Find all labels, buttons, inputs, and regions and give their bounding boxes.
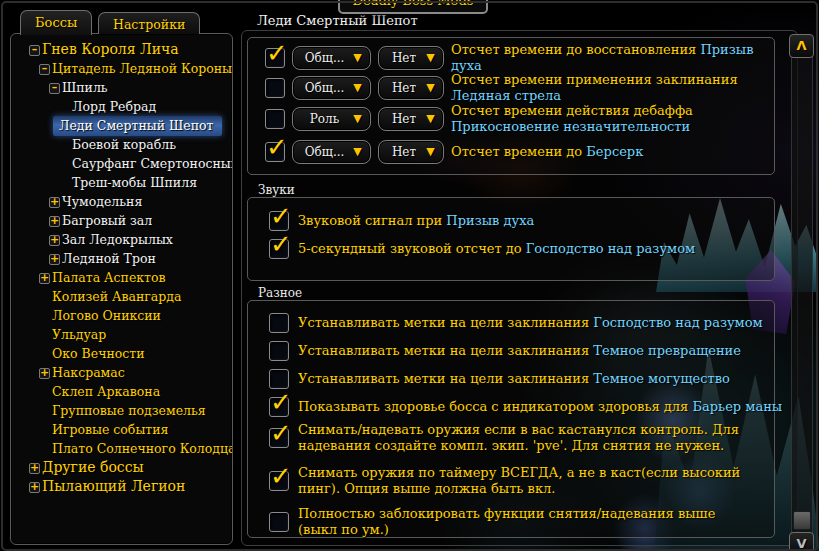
option-text: Отсчет времени до восстановления [451, 42, 700, 57]
tree-item[interactable]: Игровые события [11, 420, 232, 439]
tree-item[interactable]: +Другие боссы [11, 458, 232, 477]
tree-item[interactable]: –Гнев Короля Лича [11, 40, 232, 59]
option-checkbox[interactable]: ✓ [269, 341, 289, 361]
tree-item[interactable]: +Палата Аспектов [11, 268, 232, 287]
dropdown-value: Нет [385, 51, 423, 65]
timer-checkbox[interactable]: ✓ [265, 109, 285, 129]
timer-checkbox[interactable]: ✓ [265, 78, 285, 98]
tree-item[interactable]: +Багровый зал [11, 211, 232, 230]
tab-bosses[interactable]: Боссы [20, 10, 92, 35]
chevron-down-icon[interactable]: ▼ [423, 112, 438, 125]
chevron-down-icon: V [796, 536, 806, 551]
selected-boss-title: Леди Смертный Шепот [257, 13, 418, 28]
tree-item[interactable]: +Чумодельня [11, 192, 232, 211]
scroll-up-button[interactable]: Λ [789, 34, 814, 58]
announce-channel-dropdown[interactable]: Роль ▼ [292, 107, 371, 131]
tree-item-label: Палата Аспектов [52, 268, 166, 287]
tree-item[interactable]: +Ледяной Трон [11, 249, 232, 268]
option-description: Отсчет времени до Берсерк [451, 144, 643, 160]
tree-item[interactable]: Колизей Авангарда [11, 287, 232, 306]
spell-link: Ледяная стрела [451, 88, 561, 103]
expand-icon[interactable]: + [39, 273, 50, 284]
tree-item[interactable]: –Цитадель Ледяной Короны [11, 59, 232, 78]
option-text: Устанавливать метки на цели заклинания [298, 315, 593, 330]
spell-link: Господство над разумом [526, 241, 695, 256]
expand-icon[interactable]: + [49, 235, 60, 246]
option-description: Показывать здоровье босса с индикатором … [298, 399, 768, 415]
chevron-down-icon[interactable]: ▼ [350, 51, 365, 64]
expand-icon[interactable]: + [39, 368, 50, 379]
tree-item[interactable]: Треш-мобы Шпиля [11, 173, 232, 192]
tree-item[interactable]: Групповые подземелья [11, 401, 232, 420]
chevron-down-icon[interactable]: ▼ [350, 81, 365, 94]
tree-item[interactable]: Боевой корабль [11, 135, 232, 154]
sound-dropdown[interactable]: Нет ▼ [378, 46, 444, 70]
tab-settings[interactable]: Настройки [98, 12, 200, 34]
tree-item-label: Леди Смертный Шепот [53, 116, 222, 136]
announce-channel-dropdown[interactable]: Общ... ▼ [292, 46, 371, 70]
tree-item[interactable]: Плато Солнечного Колодца [11, 439, 232, 458]
tree-item[interactable]: –Шпиль [11, 78, 232, 97]
tree-item[interactable]: Логово Ониксии [11, 306, 232, 325]
spell-link: Темное могущество [593, 371, 730, 386]
dropdown-value: Роль [299, 112, 350, 126]
option-checkbox[interactable]: ✓ [269, 471, 289, 491]
tree-item-label: Око Вечности [52, 344, 145, 363]
sound-dropdown[interactable]: Нет ▼ [378, 76, 444, 100]
collapse-icon[interactable]: – [49, 83, 60, 94]
option-checkbox[interactable]: ✓ [269, 369, 289, 389]
window-title: Deadly Boss Mods [338, 0, 488, 14]
scrollbar-track[interactable] [791, 36, 813, 551]
tree-item[interactable]: Лорд Ребрад [11, 97, 232, 116]
timer-checkbox[interactable]: ✓ [265, 48, 285, 68]
dropdown-value: Нет [385, 112, 423, 126]
scroll-down-button[interactable]: V [789, 532, 814, 551]
tree-item-label: Групповые подземелья [52, 401, 206, 420]
tree-item-label: Гнев Короля Лича [42, 40, 179, 59]
option-checkbox[interactable]: ✓ [269, 239, 289, 259]
collapse-icon[interactable]: – [39, 64, 50, 75]
scrollbar-thumb[interactable] [793, 511, 811, 530]
chevron-down-icon[interactable]: ▼ [350, 112, 365, 125]
tree-item-label: Зал Ледокрылых [62, 230, 173, 249]
tree-item[interactable]: Око Вечности [11, 344, 232, 363]
option-text: Показывать здоровье босса с индикатором … [298, 399, 692, 414]
sound-dropdown[interactable]: Нет ▼ [378, 140, 444, 164]
spell-link: Прикосновение незначительности [451, 119, 690, 134]
tree-item[interactable]: +Наксрамас [11, 363, 232, 382]
announce-channel-dropdown[interactable]: Общ... ▼ [292, 140, 371, 164]
chevron-down-icon[interactable]: ▼ [423, 145, 438, 158]
chevron-down-icon[interactable]: ▼ [350, 145, 365, 158]
tree-item[interactable]: +Пылающий Легион [11, 477, 232, 496]
expand-icon[interactable]: + [49, 197, 60, 208]
timer-checkbox[interactable]: ✓ [265, 142, 285, 162]
chevron-down-icon[interactable]: ▼ [423, 51, 438, 64]
dropdown-value: Нет [385, 145, 423, 159]
collapse-icon[interactable]: – [29, 45, 40, 56]
spell-link: Барьер маны [692, 399, 782, 414]
tree-item[interactable]: Леди Смертный Шепот [11, 116, 232, 135]
option-checkbox[interactable]: ✓ [269, 428, 289, 448]
sound-dropdown[interactable]: Нет ▼ [378, 107, 444, 131]
announce-channel-dropdown[interactable]: Общ... ▼ [292, 76, 371, 100]
expand-icon[interactable]: + [29, 463, 40, 474]
expand-icon[interactable]: + [29, 482, 40, 493]
chevron-down-icon[interactable]: ▼ [423, 81, 438, 94]
tree-item[interactable]: Склеп Аркавона [11, 382, 232, 401]
tree-item[interactable]: Ульдуар [11, 325, 232, 344]
expand-icon[interactable]: + [49, 216, 60, 227]
option-checkbox[interactable]: ✓ [269, 397, 289, 417]
check-icon: ✓ [270, 203, 292, 229]
option-text: Снимать/надевать оружия если в вас каста… [298, 422, 739, 453]
option-row: ✓ Звуковой сигнал при Призыв духа [248, 207, 774, 235]
check-icon: ✓ [270, 463, 292, 489]
dropdown-value: Нет [385, 81, 423, 95]
option-description: Звуковой сигнал при Призыв духа [298, 213, 534, 229]
tree-item[interactable]: +Зал Ледокрылых [11, 230, 232, 249]
expand-icon[interactable]: + [49, 254, 60, 265]
option-checkbox[interactable]: ✓ [269, 313, 289, 333]
option-checkbox[interactable]: ✓ [269, 211, 289, 231]
option-checkbox[interactable]: ✓ [269, 512, 289, 532]
tree-item[interactable]: Саурфанг Смертоносный [11, 154, 232, 173]
option-text: Устанавливать метки на цели заклинания [298, 371, 593, 386]
